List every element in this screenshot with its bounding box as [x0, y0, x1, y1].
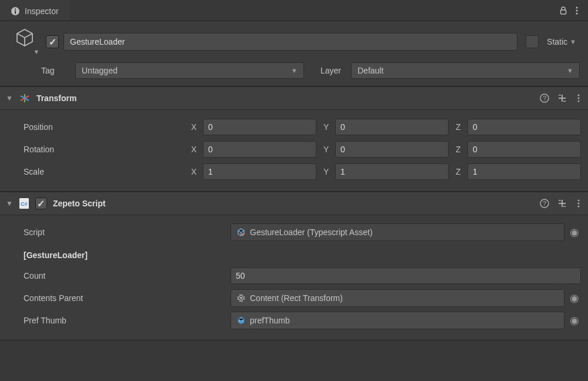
rotation-z-input[interactable]: [467, 141, 581, 158]
kebab-icon[interactable]: [575, 199, 582, 208]
script-label: Script: [7, 228, 225, 237]
help-icon[interactable]: ?: [540, 199, 549, 208]
kebab-icon[interactable]: [573, 6, 581, 15]
transform-header[interactable]: ▼ Transform ?: [0, 86, 588, 110]
zepeto-body: Script GestureLoader (Typescript Asset) …: [0, 215, 588, 340]
pref-thumb-row: Pref Thumb prefThumb ◉: [7, 309, 581, 332]
contents-parent-row: Contents Parent Content (Rect Transform)…: [7, 287, 581, 309]
z-label: Z: [456, 122, 464, 132]
position-row: Position X Y Z: [7, 116, 581, 138]
active-checkbox[interactable]: [46, 35, 59, 48]
y-label: Y: [323, 167, 332, 176]
x-label: X: [191, 145, 199, 154]
svg-text:?: ?: [543, 95, 546, 102]
script-class-section: [GestureLoader]: [7, 243, 581, 265]
tab-bar: Inspector: [0, 0, 588, 21]
rect-transform-icon: [237, 294, 245, 302]
rotation-y-input[interactable]: [335, 141, 449, 158]
svg-text:?: ?: [543, 200, 546, 207]
object-picker-icon[interactable]: ◉: [568, 314, 581, 327]
static-dropdown[interactable]: Static ▼: [543, 37, 580, 46]
chevron-down-icon: ▼: [570, 38, 576, 45]
tab-right-controls: [559, 6, 588, 15]
y-label: Y: [323, 145, 332, 154]
inspector-tab-label: Inspector: [25, 6, 59, 16]
static-label-text: Static: [547, 37, 567, 46]
zepeto-title: Zepeto Script: [53, 199, 105, 208]
prefab-icon: [237, 316, 245, 325]
svg-rect-23: [563, 206, 566, 208]
transform-title: Transform: [36, 93, 76, 103]
rotation-row: Rotation X Y Z: [7, 138, 581, 161]
count-label: Count: [7, 271, 225, 280]
component-enabled-checkbox[interactable]: [35, 198, 47, 209]
gameobject-name-input[interactable]: [64, 33, 517, 51]
foldout-icon[interactable]: ▼: [6, 94, 13, 102]
svg-point-25: [578, 203, 580, 205]
kebab-icon[interactable]: [575, 93, 582, 103]
svg-rect-10: [562, 95, 563, 102]
gameobject-header: ▼ Static ▼ Tag Untagged ▼ Layer Default …: [0, 21, 588, 86]
gameobject-cube-icon[interactable]: [14, 27, 35, 48]
scale-z-input[interactable]: [467, 163, 581, 180]
preset-icon[interactable]: [557, 93, 567, 103]
tag-dropdown[interactable]: Untagged ▼: [75, 62, 304, 79]
svg-rect-2: [15, 8, 16, 9]
transform-icon: [19, 92, 31, 104]
position-x-input[interactable]: [203, 119, 316, 135]
scale-label: Scale: [7, 167, 185, 176]
foldout-icon[interactable]: ▼: [6, 199, 13, 208]
chevron-down-icon: ▼: [291, 67, 298, 74]
contents-parent-value: Content (Rect Transform): [250, 293, 343, 303]
layer-label: Layer: [310, 66, 345, 75]
svg-point-14: [578, 98, 580, 99]
svg-rect-22: [559, 200, 561, 201]
contents-parent-label: Contents Parent: [7, 293, 225, 303]
position-label: Position: [7, 122, 185, 132]
help-icon[interactable]: ?: [540, 93, 549, 103]
svg-text:C#: C#: [21, 201, 28, 207]
rotation-label: Rotation: [7, 145, 185, 154]
script-object-field[interactable]: GestureLoader (Typescript Asset): [230, 223, 564, 241]
position-z-input[interactable]: [467, 119, 581, 135]
pref-thumb-field[interactable]: prefThumb: [230, 312, 564, 329]
svg-rect-3: [561, 10, 566, 14]
scale-y-input[interactable]: [335, 163, 449, 180]
pref-thumb-label: Pref Thumb: [7, 316, 225, 325]
x-label: X: [191, 167, 199, 176]
svg-point-5: [576, 9, 578, 11]
scale-row: Scale X Y Z: [7, 161, 581, 183]
static-checkbox[interactable]: [526, 35, 539, 48]
position-y-input[interactable]: [335, 119, 449, 135]
tag-value: Untagged: [82, 66, 118, 75]
svg-point-4: [576, 6, 578, 8]
icon-dropdown[interactable]: ▼: [34, 48, 40, 55]
count-input[interactable]: [230, 268, 581, 284]
pref-thumb-value: prefThumb: [250, 316, 290, 325]
script-file-icon: C#: [19, 198, 29, 209]
contents-parent-field[interactable]: Content (Rect Transform): [230, 289, 564, 307]
layer-dropdown[interactable]: Default ▼: [351, 62, 580, 79]
zepeto-header[interactable]: ▼ C# Zepeto Script ?: [0, 192, 588, 215]
rotation-x-input[interactable]: [203, 141, 316, 158]
svg-point-26: [578, 206, 580, 208]
svg-rect-21: [562, 200, 563, 207]
lock-icon[interactable]: [559, 6, 568, 15]
inspector-tab[interactable]: Inspector: [0, 0, 69, 21]
svg-point-27: [242, 233, 244, 236]
tag-label: Tag: [41, 66, 69, 75]
object-picker-icon[interactable]: ◉: [568, 226, 581, 239]
transform-body: Position X Y Z Rotation X Y Z Scale X Y …: [0, 110, 588, 192]
z-label: Z: [456, 145, 464, 154]
z-label: Z: [456, 167, 464, 176]
preset-icon[interactable]: [557, 199, 567, 208]
info-icon: [11, 6, 20, 16]
scale-x-input[interactable]: [203, 163, 316, 180]
x-label: X: [191, 122, 199, 132]
script-row: Script GestureLoader (Typescript Asset) …: [7, 221, 581, 243]
script-value: GestureLoader (Typescript Asset): [250, 228, 373, 237]
svg-rect-11: [559, 95, 561, 96]
svg-rect-1: [15, 10, 16, 14]
object-picker-icon[interactable]: ◉: [568, 292, 581, 305]
svg-rect-12: [563, 101, 566, 102]
